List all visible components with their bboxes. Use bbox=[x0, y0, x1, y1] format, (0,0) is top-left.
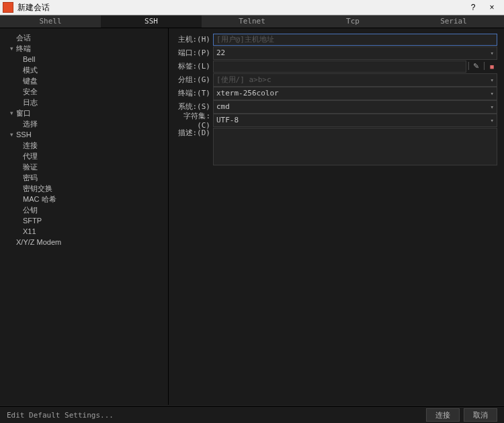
tree-item[interactable]: 密码 bbox=[0, 172, 168, 183]
tree-item-label: 验证 bbox=[23, 162, 38, 172]
tree-item-label: SSH bbox=[16, 130, 32, 139]
port-select[interactable]: 22 ▾ bbox=[213, 46, 497, 60]
tree-item-label: SFTP bbox=[23, 217, 42, 225]
host-label: 主机:(H) bbox=[174, 34, 213, 44]
caret-down-icon: ▾ bbox=[8, 131, 15, 138]
tree-item-label: Bell bbox=[23, 55, 35, 63]
chevron-down-icon: ▾ bbox=[491, 90, 494, 97]
tree-item-label: X/Y/Z Modem bbox=[16, 238, 61, 246]
description-label: 描述:(D) bbox=[174, 128, 213, 138]
edit-defaults-link[interactable]: Edit Default Settings... bbox=[7, 411, 114, 420]
tree-item[interactable]: X11 bbox=[0, 226, 168, 237]
dialog-body: 会话▾终端Bell模式键盘安全日志▾窗口选择▾SSH连接代理验证密码密钥交换MA… bbox=[0, 28, 504, 405]
chevron-down-icon: ▾ bbox=[491, 104, 494, 110]
tree-item[interactable]: X/Y/Z Modem bbox=[0, 237, 168, 247]
tree-item[interactable]: 选择 bbox=[0, 118, 168, 129]
tree-item[interactable]: ▾SSH bbox=[0, 129, 168, 140]
caret-down-icon: ▾ bbox=[8, 45, 15, 52]
tree-item-label: 公钥 bbox=[23, 205, 38, 215]
tab-telnet[interactable]: Telnet bbox=[202, 15, 302, 28]
tag-input[interactable] bbox=[213, 61, 466, 73]
host-input[interactable] bbox=[213, 34, 497, 46]
system-select[interactable]: cmd ▾ bbox=[213, 100, 497, 114]
window-title: 新建会话 bbox=[17, 2, 464, 13]
port-label: 端口:(P) bbox=[174, 48, 213, 58]
charset-select[interactable]: UTF-8 ▾ bbox=[213, 114, 497, 127]
port-value: 22 bbox=[216, 48, 225, 57]
tree-item[interactable]: 代理 bbox=[0, 151, 168, 161]
chevron-down-icon: ▾ bbox=[491, 117, 494, 124]
tag-edit-icon[interactable]: ✎ bbox=[471, 61, 482, 73]
tab-tcp[interactable]: Tcp bbox=[302, 15, 403, 28]
group-label: 分组:(G) bbox=[174, 75, 213, 85]
terminal-value: xterm-256color bbox=[216, 89, 279, 98]
description-input[interactable] bbox=[213, 128, 497, 165]
tree-item-label: 密钥交换 bbox=[23, 184, 52, 194]
tree-item-label: MAC 哈希 bbox=[23, 194, 56, 204]
tree-item[interactable]: SFTP bbox=[0, 215, 168, 226]
session-type-tabs: Shell SSH Telnet Tcp Serial bbox=[0, 15, 504, 28]
tree-item-label: 代理 bbox=[23, 151, 38, 161]
tree-item[interactable]: 模式 bbox=[0, 65, 168, 75]
tree-item-label: 键盘 bbox=[23, 76, 38, 86]
tab-ssh[interactable]: SSH bbox=[101, 15, 202, 28]
chevron-down-icon: ▾ bbox=[491, 77, 494, 83]
tree-item[interactable]: Bell bbox=[0, 54, 168, 65]
group-select[interactable]: ▾ bbox=[213, 73, 497, 87]
tree-item[interactable]: 连接 bbox=[0, 140, 168, 151]
tree-item-label: 窗口 bbox=[16, 108, 31, 118]
category-tree: 会话▾终端Bell模式键盘安全日志▾窗口选择▾SSH连接代理验证密码密钥交换MA… bbox=[0, 28, 169, 405]
tree-item-label: 日志 bbox=[23, 98, 38, 108]
tree-item-label: 选择 bbox=[23, 119, 38, 129]
tab-serial[interactable]: Serial bbox=[403, 15, 504, 28]
tree-item-label: 模式 bbox=[23, 65, 38, 75]
tree-item-label: 终端 bbox=[16, 44, 31, 54]
connect-button[interactable]: 连接 bbox=[426, 408, 460, 422]
tree-item[interactable]: 安全 bbox=[0, 86, 168, 97]
tree-item-label: 连接 bbox=[23, 141, 38, 151]
cancel-button[interactable]: 取消 bbox=[464, 408, 497, 422]
tree-item[interactable]: 密钥交换 bbox=[0, 183, 168, 194]
app-icon bbox=[3, 2, 13, 13]
tree-item[interactable]: ▾窗口 bbox=[0, 108, 168, 118]
tree-item[interactable]: 公钥 bbox=[0, 204, 168, 215]
group-input[interactable] bbox=[216, 75, 491, 85]
session-form: 主机:(H) 端口:(P) 22 ▾ 标签:(L) | ✎ | ■ 分组:(G) bbox=[169, 28, 504, 405]
tree-item[interactable]: 日志 bbox=[0, 97, 168, 108]
tag-label: 标签:(L) bbox=[174, 61, 213, 71]
tree-item[interactable]: 验证 bbox=[0, 161, 168, 172]
close-button[interactable]: × bbox=[482, 3, 501, 12]
tree-item-label: 密码 bbox=[23, 173, 38, 183]
tree-item-label: 会话 bbox=[16, 33, 31, 43]
terminal-label: 终端:(T) bbox=[174, 88, 213, 98]
tree-item-label: 安全 bbox=[23, 87, 38, 97]
tree-item[interactable]: ▾终端 bbox=[0, 43, 168, 54]
tree-item-label: X11 bbox=[23, 227, 36, 235]
tree-item[interactable]: 会话 bbox=[0, 32, 168, 43]
tag-delete-icon[interactable]: ■ bbox=[487, 61, 497, 73]
dialog-footer: Edit Default Settings... 连接 取消 bbox=[0, 406, 504, 423]
system-value: cmd bbox=[216, 102, 230, 111]
titlebar: 新建会话 ? × bbox=[0, 0, 504, 15]
tab-shell[interactable]: Shell bbox=[0, 15, 101, 28]
chevron-down-icon: ▾ bbox=[491, 50, 494, 56]
charset-label: 字符集:(C) bbox=[174, 111, 213, 130]
tree-item[interactable]: 键盘 bbox=[0, 75, 168, 86]
help-button[interactable]: ? bbox=[464, 3, 482, 12]
caret-down-icon: ▾ bbox=[8, 110, 15, 116]
charset-value: UTF-8 bbox=[216, 116, 239, 124]
terminal-select[interactable]: xterm-256color ▾ bbox=[213, 87, 497, 100]
tree-item[interactable]: MAC 哈希 bbox=[0, 194, 168, 204]
